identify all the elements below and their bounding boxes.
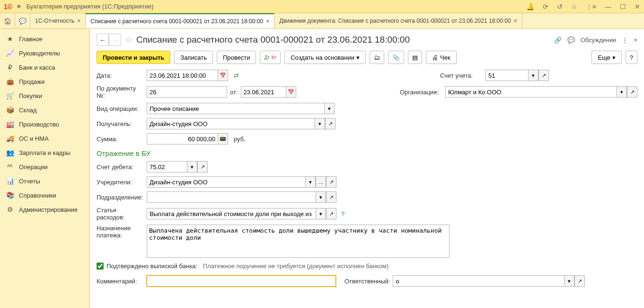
dropdown-icon[interactable]: ▾ <box>564 275 574 287</box>
book-icon: 📚 <box>6 191 14 199</box>
sidebar-item-label: Операции <box>19 163 48 171</box>
create-based-label: Создать на основании <box>291 54 354 61</box>
gear-icon: ⚙ <box>6 206 14 213</box>
sidebar-item-catalogs[interactable]: 📚Справочники <box>0 188 89 202</box>
date-input[interactable] <box>147 70 218 81</box>
sidebar-item-salary[interactable]: 👥Зарплата и кадры <box>0 145 89 160</box>
nav-back-button[interactable]: ← <box>97 34 109 46</box>
tab-close-icon[interactable]: × <box>77 18 80 24</box>
sidebar-item-manager[interactable]: 📈Руководителю <box>0 46 89 60</box>
chat-button[interactable]: 💬 <box>15 13 30 28</box>
dropdown-icon[interactable]: ▾ <box>617 86 627 98</box>
structure-button[interactable]: 🗂 <box>370 51 384 64</box>
recipient-input[interactable] <box>147 118 315 129</box>
sidebar-item-os[interactable]: 🚚ОС и НМА <box>0 131 89 145</box>
star-icon[interactable]: ☆ <box>571 3 577 10</box>
tab-close-icon[interactable]: × <box>514 18 517 24</box>
discuss-label[interactable]: Обсуждение <box>581 36 617 44</box>
date-label: Дата: <box>97 72 144 79</box>
post-button[interactable]: Провести <box>217 51 256 64</box>
open-icon[interactable]: ↗ <box>627 86 637 98</box>
dropdown-icon[interactable]: ▾ <box>315 118 325 129</box>
docnum-date-input[interactable] <box>241 86 286 98</box>
purpose-textarea[interactable] <box>147 225 450 258</box>
more-button[interactable]: Еще ▾ <box>591 51 621 64</box>
open-icon[interactable]: ↗ <box>574 275 585 287</box>
home-button[interactable]: 🏠 <box>0 13 15 28</box>
founders-input[interactable] <box>147 176 305 188</box>
responsible-input[interactable] <box>393 275 564 287</box>
confirmed-note: Платежное поручение не требуется (докуме… <box>203 263 388 270</box>
dropdown-icon[interactable]: ▾ <box>324 103 335 114</box>
sidebar-item-operations[interactable]: ᴬᴷОперации <box>0 160 89 174</box>
open-icon[interactable]: ↗ <box>326 208 336 219</box>
open-icon[interactable]: ↗ <box>326 191 336 203</box>
purpose-label: Назначение платежа: <box>97 225 144 239</box>
org-input[interactable] <box>445 86 617 98</box>
open-icon[interactable]: ↗ <box>538 70 549 81</box>
discuss-icon[interactable]: 💬 <box>567 36 575 44</box>
calendar-icon[interactable]: 📅 <box>286 86 296 98</box>
dtct-button[interactable]: ДтКт <box>260 51 281 64</box>
logo-1c: 1© <box>4 3 12 10</box>
sidebar-item-reports[interactable]: 📊Отчеты <box>0 174 89 188</box>
sidebar-item-main[interactable]: ★Главное <box>0 32 89 46</box>
post-and-close-button[interactable]: Провести и закрыть <box>97 51 170 64</box>
maximize-icon[interactable]: ☐ <box>620 3 626 10</box>
sidebar-item-sales[interactable]: 👜Продажи <box>0 74 89 89</box>
minimize-icon[interactable]: — <box>605 3 611 10</box>
sync-icon[interactable]: ⟳ <box>543 3 548 10</box>
create-based-button[interactable]: Создать на основании ▾ <box>284 51 366 64</box>
sidebar-item-label: Производство <box>19 121 59 128</box>
tab-spisanie[interactable]: Списание с расчетного счета 0001-000021 … <box>86 13 274 28</box>
sidebar-item-bank[interactable]: ₽Банк и касса <box>0 60 89 74</box>
open-icon[interactable]: ↗ <box>325 118 335 129</box>
history-icon[interactable]: ↺ <box>557 3 563 10</box>
sidebar-item-warehouse[interactable]: 📦Склад <box>0 103 89 117</box>
amount-input[interactable] <box>147 133 218 145</box>
dropdown-icon[interactable]: ▾ <box>316 208 326 219</box>
tab-movements[interactable]: Движения документа: Списание с расчетног… <box>274 13 522 28</box>
settings-icon[interactable]: ⋮≡ <box>586 3 596 10</box>
optype-input[interactable] <box>147 103 324 114</box>
refresh-icon[interactable]: ⇄ <box>234 72 239 79</box>
comment-input[interactable] <box>147 275 336 287</box>
dropdown-icon[interactable]: ▾ <box>305 176 316 188</box>
nav-forward-button[interactable]: → <box>109 34 121 46</box>
dots-icon[interactable]: … <box>316 176 326 188</box>
window-controls: 🔔 ⟳ ↺ ☆ ⋮≡ — ☐ ✕ <box>526 3 640 10</box>
calendar-icon[interactable]: 📅 <box>218 70 228 81</box>
open-icon[interactable]: ↗ <box>197 161 208 172</box>
dropdown-icon[interactable]: ▾ <box>528 70 538 81</box>
favorite-icon[interactable]: ☆ <box>125 35 132 45</box>
tab-1c-report[interactable]: 1С-Отчетность × <box>30 13 86 28</box>
link-icon[interactable]: 🔗 <box>554 36 562 44</box>
list-button[interactable]: ▤ <box>408 51 422 64</box>
close-icon[interactable]: ✕ <box>635 3 640 10</box>
account-input[interactable] <box>485 70 528 81</box>
dropdown-icon[interactable]: ▾ <box>187 161 197 172</box>
calc-icon[interactable]: 📟 <box>218 133 228 145</box>
save-button[interactable]: Записать <box>174 51 213 64</box>
close-doc-icon[interactable]: × <box>634 36 637 44</box>
confirmed-checkbox[interactable] <box>97 263 104 270</box>
sidebar-item-admin[interactable]: ⚙Администрирование <box>0 202 89 217</box>
expense-input[interactable] <box>147 208 316 219</box>
help-button[interactable]: ? <box>626 51 637 64</box>
sidebar-item-production[interactable]: 🏭Производство <box>0 117 89 131</box>
debit-input[interactable] <box>147 161 187 172</box>
help-icon[interactable]: ? <box>341 210 344 217</box>
sidebar-item-purchases[interactable]: 🛒Покупки <box>0 89 89 103</box>
attach-button[interactable]: 📎 <box>388 51 404 64</box>
open-icon[interactable]: ↗ <box>326 176 336 188</box>
tab-close-icon[interactable]: × <box>266 18 269 25</box>
dropdown-icon[interactable]: ▾ <box>316 191 326 203</box>
bell-icon[interactable]: 🔔 <box>526 3 534 10</box>
more-icon[interactable]: ⋮ <box>622 36 628 44</box>
docnum-input[interactable] <box>147 86 227 98</box>
division-input[interactable] <box>147 191 316 203</box>
people-icon: 👥 <box>6 149 14 156</box>
truck-icon: 🚚 <box>6 135 14 142</box>
check-button[interactable]: 🖨 Чек <box>426 51 457 64</box>
menu-icon[interactable]: ≡ <box>17 3 21 10</box>
